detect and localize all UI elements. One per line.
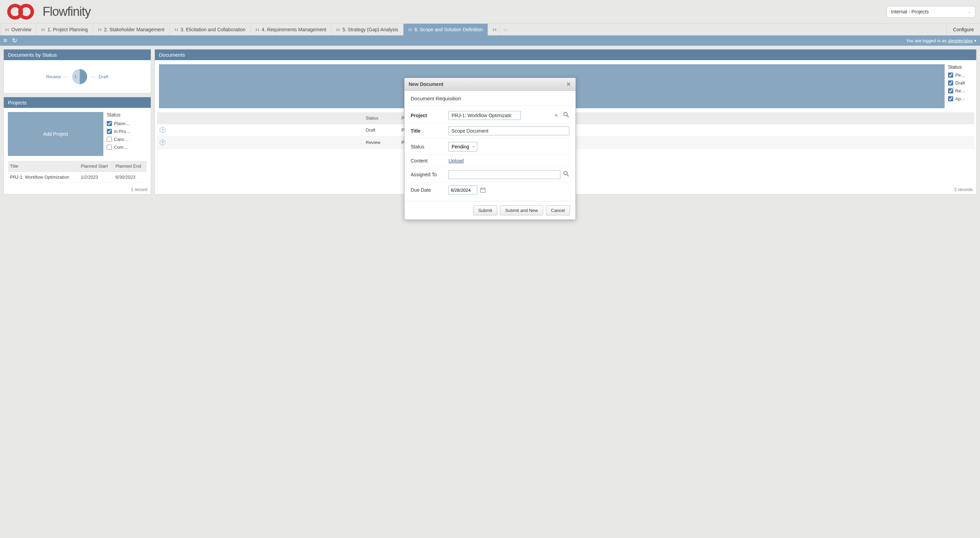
chart-icon: ⫾⫾ — [5, 27, 9, 32]
title-input[interactable] — [449, 126, 569, 136]
label-title: Title — [411, 128, 445, 134]
brand-name: Flowfinity — [43, 5, 91, 19]
checkbox[interactable] — [107, 129, 112, 134]
sub-toolbar: ≡ ↻ You are logged in as olegdev\alex ▾ — [0, 35, 980, 46]
tab-elicitation[interactable]: ⫾⫾3. Elicitation and Collaboration — [170, 24, 251, 35]
pie-label-review: Review — [46, 74, 61, 79]
col-end[interactable]: Planned End — [113, 161, 146, 172]
tab-project-planning[interactable]: ⫾⫾1. Project Planning — [37, 24, 93, 35]
menu-icon[interactable]: ≡ — [3, 37, 7, 44]
search-icon[interactable] — [563, 112, 569, 120]
label-content: Content — [411, 158, 445, 163]
col-start[interactable]: Planned Start — [79, 161, 113, 172]
col-status[interactable]: Status — [363, 112, 399, 124]
tab-scope[interactable]: ⫾⫾6. Scope and Solution Definition — [404, 24, 488, 35]
checkbox[interactable] — [107, 121, 112, 126]
col-title[interactable]: Title — [8, 161, 79, 172]
tab-overview[interactable]: ⫾⫾Overview — [0, 24, 37, 35]
app-header: Flowfinity Internal - Projects ⌄ — [0, 0, 980, 23]
panel-documents-by-status: Documents by Status Review — 1 1 — Draft — [3, 49, 151, 93]
chart-icon: ⫾⫾ — [493, 27, 497, 32]
svg-line-3 — [567, 115, 569, 117]
chevron-down-icon[interactable]: ▾ — [974, 38, 977, 43]
dialog-subtitle: Document Requisition — [404, 91, 576, 106]
filter-checkbox[interactable]: In Pro… — [107, 129, 146, 134]
legend-checkbox[interactable]: Pe… — [948, 72, 972, 78]
svg-line-5 — [567, 174, 569, 176]
user-status: You are logged in as olegdev\alex ▾ — [906, 38, 977, 43]
svg-point-2 — [564, 112, 567, 116]
status-heading: Status — [107, 112, 146, 118]
label-project: Project — [411, 113, 445, 118]
tabs-bar: ⫾⫾Overview ⫾⫾1. Project Planning ⫾⫾2. St… — [0, 23, 980, 35]
filter-checkbox[interactable]: Canc… — [107, 137, 146, 142]
label-assigned: Assigned To — [411, 172, 445, 177]
search-icon[interactable] — [563, 171, 569, 179]
checkbox[interactable] — [948, 80, 953, 86]
brand-logo: Flowfinity — [5, 3, 91, 21]
close-icon[interactable]: ✕ — [565, 81, 571, 87]
label-due: Due Date — [411, 187, 445, 193]
checkbox[interactable] — [107, 137, 112, 142]
filter-checkbox[interactable]: Com… — [107, 145, 146, 150]
chevron-down-icon: ⌄ — [968, 10, 971, 14]
svg-point-4 — [564, 171, 567, 175]
dialog-title-text: New Document — [409, 81, 443, 87]
add-project-button[interactable]: Add Project — [8, 112, 103, 156]
chart-icon: ⫾⫾ — [256, 27, 259, 32]
user-link[interactable]: olegdev\alex — [948, 38, 973, 43]
svg-rect-6 — [480, 188, 485, 192]
checkbox[interactable] — [948, 72, 953, 78]
refresh-icon[interactable]: ↻ — [12, 37, 17, 44]
project-selector[interactable]: Internal - Projects ⌄ — [886, 6, 975, 18]
info-icon[interactable]: ? — [160, 127, 165, 133]
status-select[interactable]: Pending — [449, 142, 477, 152]
checkbox[interactable] — [948, 88, 953, 93]
panel-title: Projects — [4, 97, 151, 108]
tab-requirements[interactable]: ⫾⫾4. Requirements Management — [251, 24, 331, 35]
clear-icon[interactable]: ✕ — [554, 113, 558, 118]
pie-label-draft: Draft — [99, 74, 108, 79]
configure-button[interactable]: Configure — [947, 24, 980, 35]
table-row[interactable]: PRJ-1: Workflow Optimization1/2/20236/30… — [8, 172, 146, 183]
tab-strategy[interactable]: ⫾⫾5. Strategy (Gap) Analysis — [331, 24, 404, 35]
checkbox[interactable] — [107, 145, 112, 150]
info-icon[interactable]: ? — [160, 139, 165, 145]
checkbox[interactable] — [948, 96, 953, 101]
tab-stakeholder-management[interactable]: ⫾⫾2. Stakeholder Management — [93, 24, 170, 35]
col-blank — [157, 112, 363, 124]
record-count: 1 record — [4, 183, 151, 194]
projects-table: Title Planned Start Planned End PRJ-1: W… — [8, 161, 146, 183]
status-pie-chart: 1 1 — [72, 69, 87, 84]
project-selector-value: Internal - Projects — [891, 9, 929, 14]
label-status: Status — [411, 144, 445, 149]
legend-checkbox[interactable]: Draft — [948, 80, 972, 86]
project-input[interactable] — [449, 111, 521, 120]
legend-checkbox[interactable]: Ap… — [948, 96, 972, 101]
assigned-input[interactable] — [449, 170, 560, 179]
chart-icon: ⫾⫾ — [175, 27, 178, 32]
due-date-input[interactable] — [449, 185, 477, 195]
chart-icon: ⫾⫾ — [408, 27, 412, 32]
legend-checkbox[interactable]: Re… — [948, 88, 972, 93]
tabs-overflow[interactable]: ··· — [499, 24, 512, 35]
chart-icon: ⫾⫾ — [98, 27, 102, 32]
chart-icon: ⫾⫾ — [41, 27, 45, 32]
filter-checkbox[interactable]: Plann… — [107, 121, 146, 126]
logo-icon — [5, 3, 39, 21]
tab-partial[interactable]: ⫾⫾ — [488, 24, 499, 35]
status-heading: Status — [948, 64, 972, 70]
chart-icon: ⫾⫾ — [336, 27, 340, 32]
panel-projects: Projects Add Project Status Plann…In Pro… — [3, 97, 151, 195]
new-document-dialog: New Document ✕ Document Requisition Proj… — [404, 78, 576, 198]
panel-title: Documents — [155, 49, 976, 60]
calendar-icon[interactable] — [480, 187, 485, 193]
upload-link[interactable]: Upload — [449, 158, 464, 163]
panel-title: Documents by Status — [4, 49, 151, 60]
